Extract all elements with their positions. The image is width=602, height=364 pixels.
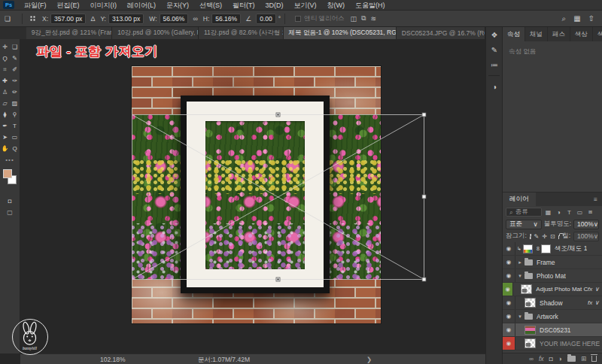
adjustments-panel-icon[interactable]: ◑ [486,79,503,94]
layer-thumbnail[interactable] [521,284,532,294]
move-tool[interactable]: ✛ [0,41,10,53]
visibility-eye-icon[interactable]: ◉ [503,283,513,296]
brush-settings-panel-icon[interactable]: ❖ [486,27,503,42]
lock-transparency-icon[interactable] [530,234,531,239]
adjustment-layer-thumbnail[interactable] [523,244,533,253]
tab-channels[interactable]: 채널 [525,27,548,41]
status-options-chevron[interactable]: ❯ [366,356,372,363]
type-tool[interactable]: T [10,120,20,132]
blend-mode-dropdown[interactable]: 표준 ∨ [506,220,542,229]
document-tab-2[interactable]: 10강.psd @ 100% (Gallery, R... × [112,27,199,39]
layer-style-icon[interactable]: fx [539,355,544,362]
path-selection-tool[interactable]: ➤ [0,132,10,143]
new-group-icon[interactable] [567,356,576,362]
tab-properties[interactable]: 속성 [503,27,525,41]
filter-shape-layers-icon[interactable]: ▭ [576,209,584,216]
layer-thumbnail[interactable] [524,298,536,308]
layer-row-placeholder-hidden[interactable]: ◉ YOUR IMAGE HERE [503,337,602,350]
filter-type-layers-icon[interactable]: T [565,209,573,216]
height-field[interactable]: 56.16% [211,14,241,24]
layer-row-adjust-photo-mat-color[interactable]: ◉ Adjust Photo Mat Color fx ∨ [503,283,602,296]
pen-tool[interactable]: ✒ [0,120,10,132]
quick-mask-icon[interactable]: ◘ [0,198,20,205]
menu-view[interactable]: 보기(V) [289,0,322,11]
layer-row-photo-mat-group[interactable]: ◉ ▾ Photo Mat [503,269,602,283]
visibility-eye-icon[interactable]: ◉ [503,242,515,255]
menu-select[interactable]: 선택(S) [194,0,227,11]
rotation-field[interactable]: 0.00 [256,14,276,24]
document-tab-5[interactable]: DSC05234.JPG @ 16.7% (RG... × [397,27,485,39]
layer-row-frame-group[interactable]: ◉ ▸ Frame [503,256,602,269]
layer-thumbnail[interactable] [524,326,536,335]
add-adjustment-icon[interactable]: ◑ [558,355,562,362]
lock-position-icon[interactable]: ✛ [542,233,547,240]
warp-mode-icon[interactable]: ◫ [351,15,357,23]
menu-layer[interactable]: 레이어(L) [122,0,161,11]
panel-menu-icon[interactable]: ≡ [594,193,602,206]
tab-layers[interactable]: 레이어 [503,193,536,206]
menu-help[interactable]: 도움말(H) [350,0,391,11]
layer-row-shadow[interactable]: ◉ Shadow fx ∨ [503,296,602,310]
warp-toggle-icon[interactable]: ≋ [371,15,377,23]
menu-image[interactable]: 이미지(I) [85,0,123,11]
chevron-down-icon[interactable]: ▾ [515,314,524,320]
link-dimensions-icon[interactable]: ∞ [193,15,197,23]
menu-3d[interactable]: 3D(D) [260,0,289,11]
menu-window[interactable]: 창(W) [322,0,351,11]
link-layers-icon[interactable]: ∞ [529,355,534,362]
eyedropper-tool[interactable]: ✐ [10,64,20,75]
tab-color[interactable]: 색상 [570,27,593,41]
brush-tool[interactable]: ✑ [10,75,20,86]
layer-effects-badge[interactable]: fx ∨ [588,299,602,306]
marquee-tool[interactable]: ❏ [10,41,20,53]
filter-adjustment-layers-icon[interactable]: ◑ [555,209,563,216]
edit-toolbar-icon[interactable]: ••• [0,156,20,163]
layer-row-hue-saturation[interactable]: ◉ ↳ 8 색조/채도 1 [503,242,602,256]
delete-layer-icon[interactable] [591,356,597,362]
grid-warp-icon[interactable]: ⧉ [361,14,366,23]
chevron-down-icon[interactable]: ▾ [515,273,524,279]
foreground-color-swatch[interactable] [3,169,12,178]
clone-source-panel-icon[interactable]: ✎ [486,42,503,57]
tab-swatches[interactable]: 색상 견본 [593,27,602,41]
visibility-eye-icon[interactable]: ◉ [503,310,515,323]
visibility-eye-icon[interactable]: ◉ [503,323,515,336]
filter-pixel-layers-icon[interactable]: ▦ [544,209,552,216]
delta-icon[interactable]: Δ [90,15,95,23]
eraser-tool[interactable]: ▱ [0,98,10,109]
history-brush-tool[interactable]: ✏ [10,86,20,98]
layer-mask-thumbnail[interactable] [541,244,551,253]
document-tab-active[interactable]: 제목 없음-1 @ 102% (DSC05231, RGB/8) * × [284,27,397,39]
opacity-dropdown[interactable]: 100% ∨ [573,220,599,229]
clone-stamp-tool[interactable]: ♙ [0,86,10,98]
lock-pixels-icon[interactable]: ✎ [534,233,540,240]
zoom-level-field[interactable]: 102.18% [100,356,126,363]
workspace-icon[interactable]: ▦ [573,14,580,23]
dodge-tool[interactable]: ⚲ [10,109,20,120]
shape-tool[interactable]: ▭ [10,132,20,143]
zoom-tool[interactable]: Q [10,143,20,154]
hand-tool[interactable]: ✋ [0,143,10,154]
layer-thumbnail[interactable] [524,338,536,348]
visibility-eye-icon[interactable]: ◉ [503,256,515,268]
lock-all-icon[interactable] [558,235,559,239]
share-icon[interactable]: ⇧ [588,14,594,23]
antialias-checkbox[interactable] [295,16,301,22]
document-tab-3[interactable]: 11강.psd @ 82.6% (사각형 2... × [199,27,284,39]
lock-artboard-icon[interactable]: ⊡ [550,233,555,240]
current-tool-icon[interactable]: ❏ [5,15,18,23]
layer-effects-badge[interactable]: fx ∨ [588,286,602,293]
menu-edit[interactable]: 편집(E) [52,0,85,11]
quick-selection-tool[interactable]: ✎ [10,53,20,64]
healing-brush-tool[interactable]: ✚ [0,75,10,86]
visibility-eye-icon[interactable]: ◉ [503,337,515,350]
width-field[interactable]: 56.06% [160,14,189,24]
menu-filter[interactable]: 필터(T) [227,0,260,11]
tab-paths[interactable]: 패스 [548,27,570,41]
chevron-right-icon[interactable]: ▸ [515,259,524,265]
visibility-eye-icon[interactable]: ◉ [503,296,515,309]
crop-tool[interactable]: ⌗ [0,64,10,75]
visibility-eye-icon[interactable]: ◉ [503,269,515,282]
filter-smart-objects-icon[interactable]: ⧈ [586,208,594,216]
lasso-tool[interactable]: Ϙ [0,53,10,64]
